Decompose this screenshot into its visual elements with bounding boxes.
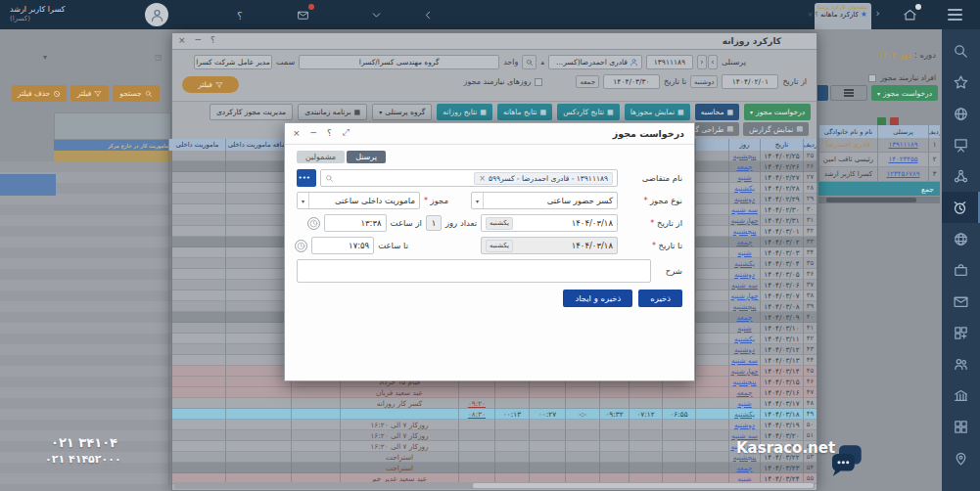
column-header[interactable]: اضافه ماموریت داخلی [225, 139, 291, 151]
toolbar-button[interactable]: ▦نتایج کاردکس [557, 104, 620, 120]
position-field[interactable]: مدیر عامل شرکت کسرا [194, 55, 272, 69]
table-row[interactable]: ۴۷۱۴۰۴/۰۳/۱۶جمعهعید سعید قربان [172, 387, 817, 398]
personnel-row[interactable]: ۳۱۲۳۴۵۶۷۸۹کسرا کاربر ارشد [818, 167, 940, 182]
panel-icon[interactable]: ◳ [155, 53, 163, 62]
column-header[interactable]: نام و نام خانوادگی [818, 125, 877, 138]
filter-button[interactable]: فیلتر [182, 76, 239, 93]
tab-included[interactable]: مشمولین [297, 151, 345, 163]
menu-icon[interactable] [948, 9, 962, 21]
personnel-row[interactable]: ۱۱۳۹۱۱۱۸۹قادری احمدرضا [818, 138, 940, 153]
dialog-expand-icon[interactable]: ⤢ [343, 127, 350, 138]
day-link[interactable]: پنجشنبه [733, 302, 757, 311]
alarm-clock-icon[interactable] [942, 192, 980, 223]
checkbox[interactable] [868, 74, 876, 82]
column-header[interactable]: ردیف [803, 139, 817, 151]
presentation-icon[interactable] [942, 129, 980, 160]
day-link[interactable]: دوشنبه [734, 421, 755, 429]
report-button[interactable]: ▤نمایش گزارش [743, 122, 809, 136]
table-row[interactable]: ۵۰۱۴۰۴/۰۳/۱۹دوشنبهروزکار ۷ الی ۱۶:۲۰ [172, 420, 817, 430]
day-link[interactable]: دوشنبه [734, 195, 755, 203]
personnel-stepper[interactable]: ›‹ [697, 55, 718, 69]
column-header[interactable]: روز [728, 139, 760, 151]
save-button[interactable]: ذخیره [638, 290, 682, 307]
day-link[interactable]: یکشنبه [734, 335, 755, 343]
permit-select[interactable]: ماموریت داخلی ساعتی▾ [297, 192, 420, 209]
day-link[interactable]: شنبه [737, 173, 751, 182]
toolbar-button[interactable]: گروه پرسنلی▾ [372, 104, 432, 120]
people-icon[interactable] [942, 348, 980, 379]
personnel-code-field[interactable]: ۱۳۹۱۱۱۸۹ [646, 55, 693, 69]
day-link[interactable]: سه شنبه [731, 356, 758, 365]
window-titlebar[interactable]: کارکرد روزانه × ─ ؟ [172, 33, 817, 50]
day-link[interactable]: شنبه [737, 248, 751, 257]
request-permit-button-back[interactable]: درخواست مجوز▾ [871, 85, 938, 101]
browse-applicant-button[interactable]: ••• [297, 169, 316, 187]
day-link[interactable]: چهارشنبه [730, 291, 758, 300]
to-date-input[interactable]: ۱۴۰۴/۰۳/۱۸ یکشنبه [481, 237, 618, 254]
home-icon[interactable] [901, 6, 918, 23]
day-link[interactable]: یکشنبه [734, 184, 755, 193]
search-personnel-icon[interactable] [522, 55, 537, 69]
day-link[interactable]: دوشنبه [734, 270, 755, 279]
deficit-link[interactable]: ۰۹:۲۰ [468, 399, 486, 408]
globe2-icon[interactable] [942, 223, 980, 254]
toolbar-button[interactable]: درخواست مجوز▾ [744, 104, 811, 120]
column-header[interactable] [695, 139, 728, 151]
toolbar-button[interactable]: ▦نمایش مجوزها [625, 104, 690, 120]
window-help-icon[interactable]: ؟ [210, 35, 215, 45]
collapse-chevron-icon[interactable]: ▾ [43, 53, 47, 62]
tab-personnel[interactable]: پرسنل [347, 151, 386, 163]
briefcase-icon[interactable] [942, 254, 980, 286]
day-link[interactable]: جمعه [736, 162, 752, 171]
chevron-down-icon[interactable] [367, 6, 385, 23]
days-count-input[interactable]: ۱ [426, 215, 442, 231]
day-link[interactable]: جمعه [736, 464, 752, 472]
day-link[interactable]: دوشنبه [734, 345, 755, 354]
toolbar-button[interactable]: ▦نتایج روزانه [437, 104, 492, 120]
back-arrow-icon[interactable] [419, 6, 437, 23]
dialog-help-icon[interactable]: ؟ [327, 128, 332, 138]
grid-plus-icon[interactable] [942, 317, 980, 348]
toolbar-button[interactable]: ▦برنامه زمانبندی [298, 104, 367, 120]
table-row[interactable]: ۵۲۱۴۰۴/۰۳/۲۱چهارشنبهروزکار ۷ الی ۱۶:۲۰ [172, 441, 817, 452]
personnel-name-field[interactable]: قادری احمدرضا(کسر... [548, 55, 642, 69]
day-link[interactable]: شنبه [737, 324, 751, 333]
column-header[interactable]: ماموریت داخلی [168, 139, 225, 151]
personnel-code-link[interactable]: ۱۳۹۱۱۱۸۹ [888, 141, 917, 149]
day-link[interactable]: سه شنبه [731, 281, 758, 290]
scrollbar-thumb[interactable] [473, 483, 814, 488]
day-link[interactable]: پنجشنبه [733, 152, 757, 160]
tab-monthly-workrecord[interactable]: پیشخوان کارکرد پرسنل ★ کارکرد ماهانه ؟ × [815, 3, 871, 29]
personnel-code-link[interactable]: ۱۲۳۴۵۶۷۸۹ [887, 170, 920, 178]
search-icon[interactable] [942, 35, 980, 67]
grid-icon[interactable] [942, 411, 980, 442]
from-date-input[interactable]: ۱۴۰۴/۰۳/۱۸ یکشنبه [481, 214, 618, 232]
messages-icon[interactable] [294, 6, 311, 23]
organization-icon[interactable] [942, 379, 980, 411]
save-and-create-button[interactable]: ذخیره و ایجاد [563, 290, 632, 307]
table-row[interactable]: ۵۱۱۴۰۴/۰۳/۲۰سه شنبهروزکار ۷ الی ۱۶:۲۰ [172, 430, 817, 441]
day-link[interactable]: چهارشنبه [730, 367, 758, 376]
chip-remove-icon[interactable]: × [479, 174, 486, 183]
day-link[interactable]: یکشنبه [734, 410, 755, 419]
unit-field[interactable]: گروه مهندسی کسرا/کسرا [299, 55, 499, 69]
user-info[interactable]: کسرا کاربر ارشد (کسرا) [10, 5, 65, 23]
help-icon[interactable]: ؟ [231, 7, 249, 24]
day-link[interactable]: سه شنبه [731, 205, 758, 214]
clear-filter-button[interactable]: حذف فیلتر [12, 85, 67, 102]
filter-button-back[interactable]: فیلتر [70, 85, 109, 102]
toolbar-button[interactable]: ▦نتایج ماهانه [497, 104, 552, 120]
toolbar-button[interactable]: مدیریت مجوز کارکردی [210, 104, 293, 120]
tab-help-icon[interactable]: ؟ [815, 11, 818, 19]
day-link[interactable]: پنجشنبه [733, 227, 757, 236]
days-permit-checkbox[interactable] [535, 78, 542, 86]
from-time-input[interactable]: ۱۳:۳۸ [324, 214, 387, 232]
column-header[interactable]: پرسنلی [877, 125, 928, 138]
from-date-field[interactable]: ۱۴۰۴/۰۲/۰۱ [722, 74, 778, 89]
window-close-icon[interactable]: × [178, 35, 186, 45]
permit-type-select[interactable]: کسر حضور ساعتی▾ [471, 192, 618, 209]
search-button[interactable]: جستجو [113, 85, 160, 102]
table-row[interactable]: ۵۳۱۴۰۴/۰۳/۲۲پنجشنبهاستراحت [172, 452, 817, 463]
tab-close-icon[interactable]: × [807, 11, 813, 19]
to-time-input[interactable]: ۱۷:۵۹ [311, 237, 374, 254]
